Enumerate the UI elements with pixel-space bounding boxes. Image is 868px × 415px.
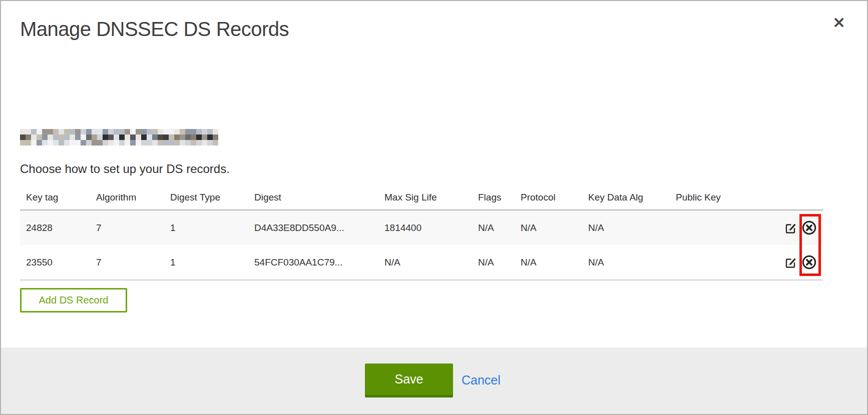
ds-records-table: Key tag Algorithm Digest Type Digest Max… [20, 185, 823, 280]
edit-record-icon[interactable] [784, 256, 797, 269]
cell-protocol: N/A [515, 210, 582, 245]
cell-max-sig-life: 1814400 [378, 210, 472, 245]
cancel-link[interactable]: Cancel [462, 373, 501, 388]
col-header-algorithm: Algorithm [90, 185, 164, 210]
close-icon[interactable]: ✕ [830, 14, 848, 32]
cell-digest: 54FCF030AA1C79... [248, 245, 378, 280]
edit-record-icon[interactable] [784, 221, 797, 234]
cell-public-key [670, 210, 725, 245]
save-button[interactable]: Save [365, 364, 453, 398]
redacted-domain-name [20, 129, 218, 146]
col-header-actions [725, 185, 823, 210]
cell-key-data-alg: N/A [582, 210, 670, 245]
cell-public-key [670, 245, 725, 280]
dialog-title: Manage DNSSEC DS Records [20, 18, 289, 40]
col-header-digest-type: Digest Type [164, 185, 248, 210]
cell-max-sig-life: N/A [378, 245, 472, 280]
cell-protocol: N/A [515, 245, 582, 280]
cell-actions [725, 210, 823, 245]
cell-digest: D4A33E8DD550A9... [248, 210, 378, 245]
table-row: 24828 7 1 D4A33E8DD550A9... 1814400 N/A … [20, 210, 823, 245]
cell-algorithm: 7 [90, 245, 164, 280]
cell-key-tag: 23550 [20, 245, 90, 280]
delete-record-icon[interactable] [801, 254, 817, 270]
cell-digest-type: 1 [164, 210, 248, 245]
cell-flags: N/A [472, 210, 515, 245]
col-header-public-key: Public Key [670, 185, 725, 210]
col-header-key-tag: Key tag [20, 185, 90, 210]
col-header-protocol: Protocol [515, 185, 582, 210]
manage-dnssec-dialog: Manage DNSSEC DS Records ✕ Choose how to… [0, 0, 868, 415]
col-header-max-sig-life: Max Sig Life [378, 185, 472, 210]
cell-digest-type: 1 [164, 245, 248, 280]
cell-flags: N/A [472, 245, 515, 280]
col-header-key-data-alg: Key Data Alg [582, 185, 670, 210]
table-row: 23550 7 1 54FCF030AA1C79... N/A N/A N/A … [20, 245, 823, 280]
delete-record-icon[interactable] [801, 220, 817, 236]
cell-actions [725, 245, 823, 280]
instruction-text: Choose how to set up your DS records. [20, 162, 230, 176]
cell-key-data-alg: N/A [582, 245, 670, 280]
table-header-row: Key tag Algorithm Digest Type Digest Max… [20, 185, 823, 210]
add-ds-record-button[interactable]: Add DS Record [20, 288, 127, 312]
col-header-digest: Digest [248, 185, 378, 210]
col-header-flags: Flags [472, 185, 515, 210]
cell-key-tag: 24828 [20, 210, 90, 245]
cell-algorithm: 7 [90, 210, 164, 245]
